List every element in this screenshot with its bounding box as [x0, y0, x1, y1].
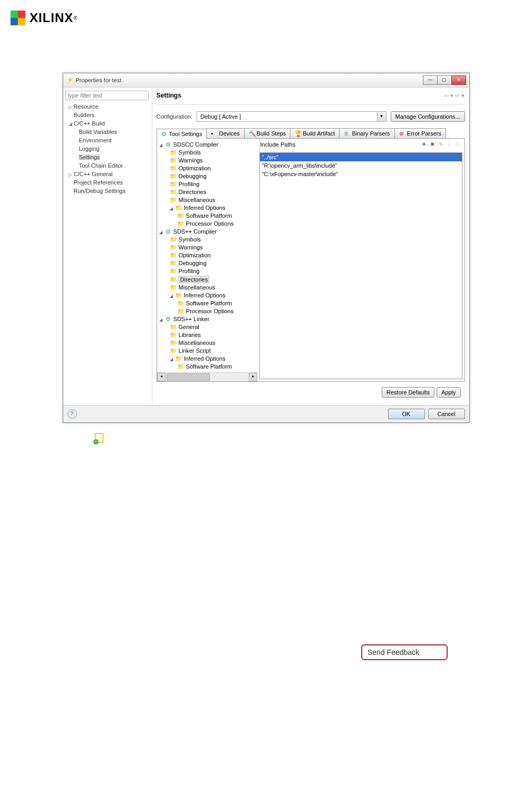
list-item[interactable]: "C:\xFopencv-master\include" — [260, 170, 462, 178]
help-icon[interactable]: ? — [67, 409, 77, 419]
nav-settings[interactable]: Settings — [65, 153, 150, 161]
list-item[interactable]: "R:\opencv_arm_libs\include" — [260, 161, 462, 170]
cancel-button[interactable]: Cancel — [428, 409, 465, 419]
error-icon: ⊗ — [399, 130, 405, 137]
move-up-icon[interactable]: ↑ — [454, 141, 461, 148]
chevron-down-icon: ▼ — [377, 112, 386, 121]
apply-button[interactable]: Apply — [437, 387, 461, 398]
properties-dialog: ⚡ Properties for test — ▢ ✕ ▷Resource Bu… — [63, 73, 470, 423]
nav-resource[interactable]: ▷Resource — [65, 102, 150, 111]
move-down-icon[interactable]: ↓ — [446, 141, 453, 148]
manage-config-button[interactable]: Manage Configurations... — [391, 111, 465, 122]
add-icon[interactable]: ✚ — [420, 141, 428, 148]
tab-build-artifact[interactable]: 🏆Build Artifact — [290, 128, 340, 138]
nav-build[interactable]: ◢C/C++ Build — [65, 119, 150, 128]
minimize-button[interactable]: — — [423, 75, 438, 85]
chip-icon: ▪ — [211, 130, 217, 137]
tree-directories-selected[interactable]: Directories — [179, 276, 210, 283]
hammer-icon: 🔨 — [249, 130, 255, 137]
config-combo[interactable]: Debug [ Active ] ▼ — [197, 111, 386, 122]
scroll-right-button[interactable]: ▸ — [249, 373, 257, 381]
include-paths-label: Include Paths — [260, 141, 420, 148]
tab-binary-parsers[interactable]: ≣Binary Parsers — [339, 128, 394, 138]
nav-arrows[interactable]: ⇦ ▾ ⇨ ▾ — [444, 92, 465, 99]
nav-logging[interactable]: Logging — [65, 144, 150, 153]
delete-icon[interactable]: ✖ — [429, 141, 436, 148]
send-feedback-button[interactable]: Send Feedback — [361, 644, 448, 660]
maximize-button[interactable]: ▢ — [437, 75, 452, 85]
close-button[interactable]: ✕ — [451, 75, 466, 85]
nav-proj-refs[interactable]: Project References — [65, 178, 150, 187]
brand-logo: XILINX ® — [0, 0, 532, 25]
include-paths-list[interactable]: "../src" "R:\opencv_arm_libs\include" "C… — [259, 152, 462, 379]
binary-icon: ≣ — [344, 130, 350, 137]
list-item[interactable]: "../src" — [260, 153, 462, 161]
logo-mark-icon — [11, 11, 25, 25]
gear-icon: ⚙ — [161, 131, 168, 137]
config-value: Debug [ Active ] — [197, 112, 377, 121]
nav-general[interactable]: ▷C/C++ General — [65, 170, 150, 178]
tab-build-steps[interactable]: 🔨Build Steps — [244, 128, 291, 138]
scroll-left-button[interactable]: ◂ — [157, 373, 166, 381]
nav-builders[interactable]: Builders — [65, 111, 150, 119]
brand-reg: ® — [73, 15, 77, 21]
lightning-icon: ⚡ — [66, 76, 74, 84]
nav-environment[interactable]: Environment — [65, 136, 150, 144]
nav-toolchain[interactable]: Tool Chain Editor — [65, 161, 150, 170]
titlebar[interactable]: ⚡ Properties for test — ▢ ✕ — [63, 73, 469, 88]
tab-tool-settings[interactable]: ⚙Tool Settings — [157, 129, 207, 139]
horizontal-scrollbar[interactable]: ◂ ▸ — [157, 372, 257, 381]
edit-icon[interactable]: ✎ — [437, 141, 444, 148]
config-label: Configuration: — [157, 113, 193, 120]
tab-devices[interactable]: ▪Devices — [206, 128, 244, 138]
nav-build-vars[interactable]: Build Variables — [65, 128, 150, 136]
nav-run-debug[interactable]: Run/Debug Settings — [65, 187, 150, 195]
trophy-icon: 🏆 — [295, 130, 301, 137]
settings-tabs: ⚙Tool Settings ▪Devices 🔨Build Steps 🏆Bu… — [157, 128, 465, 139]
restore-defaults-button[interactable]: Restore Defaults — [382, 387, 434, 398]
tab-error-parsers[interactable]: ⊗Error Parsers — [394, 128, 446, 138]
nav-sidebar: ▷Resource Builders ◢C/C++ Build Build Va… — [63, 88, 152, 405]
new-file-icon — [95, 433, 103, 443]
dialog-title: Properties for test — [76, 77, 423, 83]
brand-name: XILINX — [30, 11, 73, 25]
ok-button[interactable]: OK — [388, 409, 425, 419]
scroll-thumb[interactable] — [167, 373, 210, 381]
tool-settings-tree[interactable]: ◢⚙ SDSCC Compiler 📁 Symbols 📁 Warnings 📁… — [157, 139, 260, 372]
filter-input[interactable] — [65, 91, 149, 100]
page-title: Settings — [157, 92, 444, 99]
